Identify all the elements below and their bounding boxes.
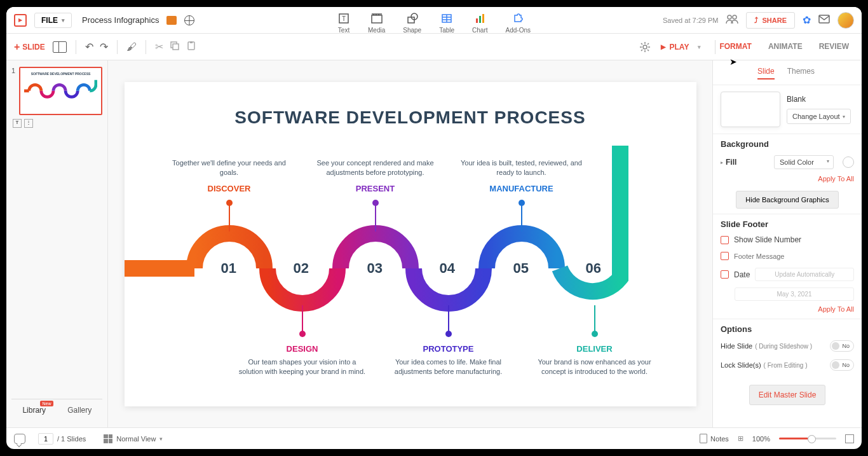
step-num-04: 04 (440, 260, 455, 277)
svg-point-23 (372, 200, 379, 206)
step-prototype[interactable]: PROTOTYPE Your idea comes to life. Make … (385, 344, 512, 377)
undo-icon[interactable]: ↶ (85, 41, 93, 53)
tab-format[interactable]: FORMAT (719, 42, 751, 52)
tab-animate[interactable]: ANIMATE (768, 42, 803, 52)
insert-tool-group: T Text Media Shape Table Chart Add-On (337, 12, 531, 34)
svg-rect-2 (372, 15, 382, 23)
hide-slide-toggle[interactable]: No (830, 340, 854, 352)
copy-icon[interactable] (170, 41, 180, 53)
svg-point-10 (733, 15, 736, 19)
step-num-03: 03 (367, 260, 383, 277)
format-painter-icon[interactable]: 🖌 (126, 41, 137, 53)
comments-icon[interactable] (14, 434, 25, 444)
show-slide-number-checkbox[interactable] (721, 236, 729, 244)
step-discover[interactable]: Together we'll define your needs and goa… (166, 158, 293, 194)
layout-name: Blank (787, 95, 851, 104)
svg-rect-8 (482, 14, 484, 23)
tab-review[interactable]: REVIEW (819, 42, 849, 52)
step-deliver[interactable]: DELIVER Your brand is now enhanced as yo… (531, 344, 658, 377)
svg-rect-15 (190, 41, 193, 43)
shape-icon (406, 12, 419, 25)
step-num-01: 01 (221, 260, 236, 277)
date-mode-select[interactable]: Update Automatically (755, 268, 854, 281)
folder-icon[interactable] (166, 16, 177, 25)
step-manufacture[interactable]: Your idea is built, tested, reviewed, an… (458, 158, 585, 194)
fit-width-icon[interactable]: ⊞ (738, 434, 743, 443)
right-sidebar: Slide Themes Blank Change Layout Backgro… (712, 60, 862, 427)
layout-preview-box[interactable] (721, 92, 780, 127)
settings-gear-icon[interactable] (639, 41, 651, 53)
step-design[interactable]: DESIGN Our team shapes your vision into … (239, 344, 366, 377)
tool-media[interactable]: Media (368, 12, 385, 34)
paste-icon[interactable] (186, 41, 196, 53)
step-present[interactable]: See your concept rendered and make adjus… (312, 158, 439, 194)
edit-master-slide-button[interactable]: Edit Master Slide (749, 385, 826, 405)
subtab-themes[interactable]: Themes (787, 67, 815, 79)
tool-text[interactable]: T Text (337, 12, 350, 34)
thumb-options-icon[interactable]: ⋮ (24, 119, 33, 128)
canvas-area[interactable]: SOFTWARE DEVELOPMENT PROCESS (108, 60, 712, 427)
globe-publish-icon[interactable] (184, 15, 194, 25)
right-panel-tabs: FORMAT ANIMATE REVIEW (719, 42, 849, 52)
svg-point-21 (299, 331, 306, 337)
fit-screen-icon[interactable] (845, 434, 854, 443)
status-bar: / 1 Slides Normal View ▾ Notes ⊞ 100% (6, 427, 862, 449)
tool-addons[interactable]: Add-Ons (506, 12, 531, 34)
subtab-slide[interactable]: Slide (757, 67, 775, 79)
document-title[interactable]: Process Infographics (82, 15, 159, 25)
media-icon (370, 12, 383, 25)
user-avatar[interactable] (837, 12, 854, 29)
tool-table[interactable]: Table (439, 12, 454, 34)
tool-shape[interactable]: Shape (403, 12, 421, 34)
new-slide-button[interactable]: SLIDE (14, 41, 45, 53)
layout-picker-icon[interactable] (53, 41, 67, 53)
tool-chart[interactable]: Chart (472, 12, 487, 34)
apply-all-footer[interactable]: Apply To All (818, 305, 854, 313)
second-toolbar: SLIDE ↶ ↷ 🖌 ✂ PLAY FORMAT ANIMATE REVIEW (6, 34, 862, 60)
apply-all-bg[interactable]: Apply To All (818, 175, 854, 183)
footer-message-checkbox[interactable] (721, 252, 729, 260)
step-num-06: 06 (586, 260, 601, 277)
mail-icon[interactable] (818, 15, 830, 26)
lock-slide-toggle[interactable]: No (830, 359, 854, 371)
hide-slide-sub: ( During Slideshow ) (755, 343, 812, 350)
app-logo-icon[interactable] (14, 14, 27, 27)
background-heading: Background (713, 134, 862, 151)
file-menu-button[interactable]: FILE (34, 13, 72, 28)
footer-message-input[interactable] (734, 252, 854, 260)
date-checkbox[interactable] (721, 270, 729, 279)
hide-bg-graphics-button[interactable]: Hide Background Graphics (736, 191, 838, 209)
date-value-select[interactable]: May 3, 2021 (735, 287, 854, 301)
zoom-slider[interactable] (779, 438, 836, 439)
library-tab[interactable]: Library New (11, 399, 57, 421)
hide-slide-label: Hide Slide (721, 342, 752, 350)
change-layout-button[interactable]: Change Layout (787, 109, 851, 124)
svg-point-25 (445, 331, 452, 337)
svg-rect-13 (173, 44, 179, 50)
slide-title[interactable]: SOFTWARE DEVELOPMENT PROCESS (125, 107, 696, 128)
current-slide-input[interactable] (38, 433, 53, 445)
table-icon (440, 12, 453, 25)
redo-icon[interactable]: ↷ (100, 41, 108, 53)
svg-rect-6 (476, 18, 478, 23)
collaborators-icon[interactable] (726, 14, 738, 27)
share-button[interactable]: ⤴SHARE (746, 12, 795, 29)
fill-type-select[interactable]: Solid Color (774, 155, 834, 169)
cut-icon[interactable]: ✂ (155, 41, 163, 53)
notes-button[interactable]: Notes (700, 434, 729, 443)
zoom-value[interactable]: 100% (752, 435, 770, 443)
fill-color-swatch[interactable] (843, 156, 854, 168)
thumb-text-icon[interactable]: T (13, 119, 22, 128)
slide-thumbnail[interactable]: SOFTWARE DEVELOPMENT PROCESS (19, 67, 102, 115)
total-slides: / 1 Slides (57, 435, 86, 443)
slide-canvas[interactable]: SOFTWARE DEVELOPMENT PROCESS (125, 82, 696, 406)
view-mode-select[interactable]: Normal View ▾ (104, 434, 163, 443)
svg-rect-7 (479, 16, 481, 23)
lock-slide-label: Lock Slide(s) (721, 361, 761, 369)
svg-point-9 (728, 15, 731, 19)
play-button[interactable]: PLAY (661, 43, 702, 52)
slide-footer-heading: Slide Footer (713, 214, 862, 231)
fill-label[interactable]: Fill (721, 158, 769, 167)
brush-icon[interactable]: ✿ (803, 14, 811, 26)
gallery-tab[interactable]: Gallery (57, 399, 103, 421)
